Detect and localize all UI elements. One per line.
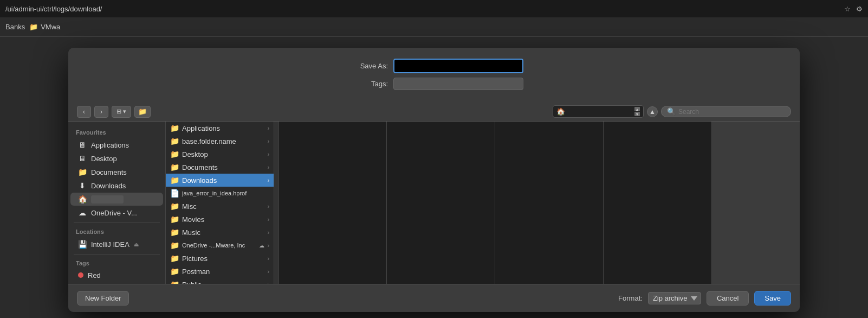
sidebar-item-onedrive[interactable]: ☁ OneDrive - V... — [70, 206, 163, 219]
tab-vmware-label: VMwa — [41, 23, 60, 31]
file-item-onedrive-name: OneDrive -...Mware, Inc — [182, 242, 256, 249]
folder-icon-onedrive: 📁 — [170, 241, 179, 250]
chevron-right-misc: › — [268, 203, 269, 209]
back-button[interactable]: ‹ — [77, 106, 91, 118]
sidebar-item-downloads[interactable]: ⬇ Downloads — [70, 179, 163, 192]
file-item-downloads[interactable]: 📁 Downloads › — [166, 174, 274, 187]
tab-vmware[interactable]: 📁 VMwa — [29, 23, 60, 31]
search-input[interactable] — [678, 108, 785, 116]
file-item-postman[interactable]: 📁 Postman › — [166, 265, 274, 278]
file-item-hprof[interactable]: 📄 java_error_in_idea.hprof — [166, 187, 274, 200]
chevron-right-onedrive: › — [268, 243, 269, 249]
location-input[interactable] — [567, 108, 632, 116]
file-item-documents[interactable]: 📁 Documents › — [166, 161, 274, 174]
file-item-documents-name: Documents — [182, 163, 264, 171]
sidebar-item-documents[interactable]: 📁 Documents — [70, 166, 163, 179]
file-item-desktop[interactable]: 📁 Desktop › — [166, 148, 274, 161]
url-text: /ui/admin-ui/ctrl/logs/download/ — [5, 5, 102, 13]
folder-icon-movies: 📁 — [170, 215, 179, 224]
file-column-3 — [387, 122, 495, 284]
file-item-pictures[interactable]: 📁 Pictures › — [166, 252, 274, 265]
search-icon: 🔍 — [667, 107, 676, 116]
folder-icon-applications: 📁 — [170, 124, 179, 132]
locations-section-title: Locations — [68, 226, 165, 237]
folder-icon: 📁 — [29, 23, 38, 31]
home-sidebar-icon: 🏠 — [78, 195, 87, 203]
file-item-base-folder[interactable]: 📁 base.folder.name › — [166, 135, 274, 148]
file-column-5 — [604, 122, 712, 284]
file-item-base-folder-name: base.folder.name — [182, 137, 264, 145]
file-column-4 — [495, 122, 604, 284]
sidebar-item-applications-label: Applications — [91, 141, 129, 149]
folder-icon-music: 📁 — [170, 228, 179, 237]
sidebar-item-intellij[interactable]: 💾 IntelliJ IDEA ⏏ — [70, 238, 163, 251]
chevron-right-applications: › — [268, 125, 269, 131]
format-select[interactable]: Zip archive — [648, 292, 701, 304]
chevron-right-base: › — [268, 138, 269, 144]
red-tag-icon — [78, 271, 83, 279]
file-column-2 — [278, 122, 387, 284]
tags-input[interactable] — [393, 78, 523, 90]
sidebar-item-onedrive-label: OneDrive - V... — [91, 209, 137, 217]
save-as-label: Save As: — [345, 62, 388, 70]
save-as-input[interactable] — [393, 59, 523, 73]
folder-icon-base: 📁 — [170, 137, 179, 145]
file-item-music-name: Music — [182, 228, 264, 237]
file-item-postman-name: Postman — [182, 268, 264, 276]
forward-button[interactable]: › — [94, 106, 108, 118]
applications-icon: 🖥 — [78, 141, 87, 149]
sidebar-item-applications[interactable]: 🖥 Applications — [70, 138, 163, 151]
divider-tags — [74, 254, 160, 255]
sidebar-item-home-label — [91, 195, 124, 203]
file-item-hprof-name: java_error_in_idea.hprof — [182, 190, 269, 196]
eject-icon[interactable]: ⏏ — [134, 241, 139, 247]
chevron-right-movies: › — [268, 217, 269, 222]
sidebar-item-home[interactable]: 🏠 — [70, 193, 163, 206]
file-item-public-name: Public — [182, 281, 264, 284]
file-item-music[interactable]: 📁 Music › — [166, 226, 274, 239]
file-item-public[interactable]: 📁 Public › — [166, 278, 274, 284]
view-toggle-button[interactable]: ⊞▾ — [112, 106, 131, 118]
chevron-right-desktop: › — [268, 151, 269, 157]
file-item-desktop-name: Desktop — [182, 150, 264, 158]
folder-view-button[interactable]: 📁 — [134, 106, 151, 118]
chevron-right-downloads: › — [268, 177, 269, 183]
cancel-button[interactable]: Cancel — [707, 291, 749, 306]
tags-section-title: Tags — [68, 258, 165, 269]
folder-icon-pictures: 📁 — [170, 254, 179, 263]
chevron-right-public: › — [268, 282, 269, 284]
file-item-onedrive[interactable]: 📁 OneDrive -...Mware, Inc ☁ › — [166, 239, 274, 252]
file-browser-area: 📁 Applications › 📁 base.folder.name › 📁 … — [166, 122, 800, 284]
location-down-arrow[interactable]: ▼ — [634, 112, 640, 116]
sidebar-item-tag-red[interactable]: Red — [70, 269, 163, 282]
folder-icon-desktop: 📁 — [170, 150, 179, 158]
folder-icon-postman: 📁 — [170, 267, 179, 276]
intellij-icon: 💾 — [78, 240, 87, 249]
folder-icon-misc: 📁 — [170, 202, 179, 211]
sidebar-item-desktop[interactable]: 🖥 Desktop — [70, 152, 163, 165]
file-item-applications-name: Applications — [182, 124, 264, 132]
new-folder-button[interactable]: New Folder — [77, 291, 129, 306]
file-item-misc-name: Misc — [182, 202, 264, 211]
folder-icon-documents: 📁 — [170, 163, 179, 171]
file-item-misc[interactable]: 📁 Misc › — [166, 200, 274, 213]
settings-icon: ⚙ — [856, 5, 863, 13]
sidebar-item-desktop-label: Desktop — [91, 155, 117, 163]
tab-banks[interactable]: Banks — [5, 23, 25, 31]
divider-locations — [74, 222, 160, 223]
format-label: Format: — [618, 294, 643, 302]
location-up-arrow[interactable]: ▲ — [634, 107, 640, 111]
tab-banks-label: Banks — [5, 23, 25, 31]
collapse-button[interactable]: ▲ — [647, 106, 658, 117]
folder-icon-public: 📁 — [170, 280, 179, 284]
file-item-downloads-name: Downloads — [182, 176, 264, 185]
column-splitter-1[interactable] — [274, 122, 278, 284]
save-button[interactable]: Save — [754, 291, 791, 306]
file-column-1: 📁 Applications › 📁 base.folder.name › 📁 … — [166, 122, 274, 284]
file-icon-hprof: 📄 — [170, 189, 179, 198]
file-item-applications[interactable]: 📁 Applications › — [166, 122, 274, 135]
desktop-icon: 🖥 — [78, 154, 87, 163]
file-item-movies[interactable]: 📁 Movies › — [166, 213, 274, 226]
documents-icon: 📁 — [78, 168, 87, 176]
chevron-right-postman: › — [268, 269, 269, 275]
